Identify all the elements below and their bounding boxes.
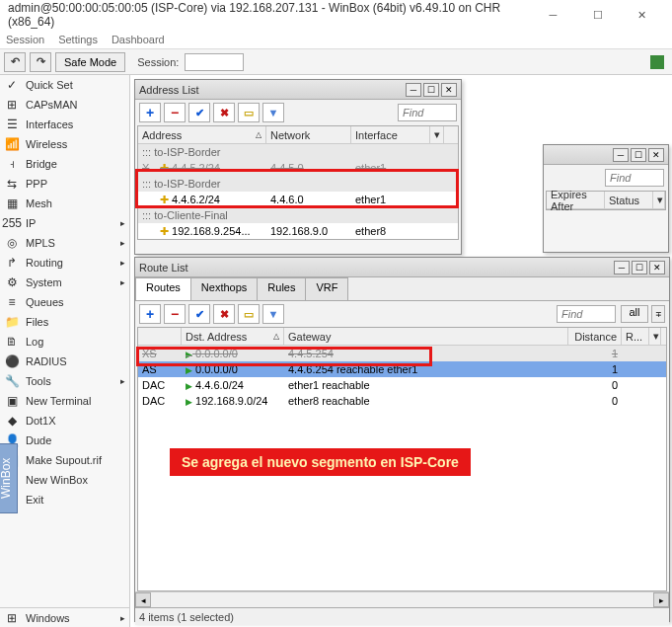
col-status[interactable]: Status [605, 192, 653, 208]
route-list-window: Route List ─ ☐ ✕ Routes Nexthops Rules V… [134, 257, 670, 622]
disable-button[interactable]: ✖ [213, 103, 235, 122]
close-icon[interactable]: ✕ [649, 261, 665, 274]
addr-max-icon[interactable]: ☐ [423, 83, 439, 97]
sidebar-item-label: New Terminal [26, 395, 91, 407]
add-button[interactable]: + [139, 304, 161, 324]
sidebar-item-ip[interactable]: 255 IP ▸ [0, 213, 129, 233]
sidebar-item-label: Bridge [26, 158, 57, 170]
address-title: Address List [139, 84, 404, 96]
address-find-input[interactable] [398, 104, 457, 121]
address-list-window: Address List ─ ☐ ✕ + − ✔ ✖ ▭ ▼ Address△ … [134, 79, 462, 255]
sidebar-item-dude[interactable]: 👤 Dude [0, 431, 129, 450]
sidebar-item-routing[interactable]: ↱ Routing ▸ [0, 253, 129, 273]
tab-vrf[interactable]: VRF [305, 277, 348, 300]
sidebar-item-dot1x[interactable]: ◆ Dot1X [0, 411, 129, 431]
route-max-icon[interactable]: ☐ [632, 261, 647, 274]
sidebar-item-queues[interactable]: ≡ Queues [0, 292, 129, 312]
sidebar-item-system[interactable]: ⚙ System ▸ [0, 273, 129, 292]
ppp-icon: ⇆ [4, 176, 20, 192]
sidebar-item-mpls[interactable]: ◎ MPLS ▸ [0, 233, 129, 253]
sidebar-item-mesh[interactable]: ▦ Mesh [0, 194, 129, 213]
sidebar-item-ppp[interactable]: ⇆ PPP [0, 174, 129, 194]
sidebar-item-new-terminal[interactable]: ▣ New Terminal [0, 391, 129, 411]
disable-button[interactable]: ✖ [213, 304, 235, 324]
enable-button[interactable]: ✔ [188, 304, 210, 324]
address-grid[interactable]: Address△ Network Interface ▾ ::: to-ISP-… [137, 125, 459, 240]
sidebar-item-label: CAPsMAN [26, 99, 78, 111]
route-titlebar[interactable]: Route List ─ ☐ ✕ [135, 258, 669, 277]
tab-rules[interactable]: Rules [257, 277, 306, 300]
col-distance[interactable]: Distance [568, 328, 622, 345]
col-network[interactable]: Network [266, 126, 351, 143]
route-find-input[interactable] [557, 305, 616, 323]
menu-dashboard[interactable]: Dashboard [112, 34, 165, 45]
addr-min-icon[interactable]: ─ [406, 83, 421, 97]
address-titlebar[interactable]: Address List ─ ☐ ✕ [135, 80, 461, 100]
col-address[interactable]: Address△ [138, 126, 266, 143]
route-min-icon[interactable]: ─ [614, 261, 630, 274]
bg-titlebar[interactable]: ─ ☐ ✕ [544, 145, 668, 165]
sidebar-item-radius[interactable]: ⚫ RADIUS [0, 352, 129, 371]
comment-button[interactable]: ▭ [238, 103, 260, 122]
tab-nexthops[interactable]: Nexthops [190, 277, 258, 300]
sidebar-item-files[interactable]: 📁 Files [0, 312, 129, 332]
maximize-button[interactable]: ☐ [575, 0, 620, 30]
add-button[interactable]: + [139, 103, 161, 122]
remove-button[interactable]: − [164, 103, 186, 122]
address-row[interactable]: ✚ 4.4.6.2/24 4.4.6.0 ether1 [138, 192, 458, 207]
sidebar-item-label: Exit [26, 494, 43, 506]
sidebar-item-wireless[interactable]: 📶 Wireless [0, 134, 129, 154]
route-row[interactable]: XS ▶ 0.0.0.0/0 4.4.5.254 1 [138, 346, 666, 361]
sidebar-item-tools[interactable]: 🔧 Tools ▸ [0, 371, 129, 391]
filter-button[interactable]: ▼ [262, 304, 284, 324]
undo-button[interactable]: ↶ [4, 52, 26, 72]
route-row[interactable]: DAC ▶ 192.168.9.0/24 ether8 reachable 0 [138, 393, 666, 409]
route-row[interactable]: DAC ▶ 4.4.6.0/24 ether1 reachable 0 [138, 377, 666, 393]
sidebar-item-bridge[interactable]: ⫞ Bridge [0, 154, 129, 174]
sidebar-item-quick-set[interactable]: ✓ Quick Set [0, 75, 129, 95]
filter-button[interactable]: ▼ [262, 103, 284, 122]
col-more[interactable]: ▾ [649, 328, 661, 345]
remove-button[interactable]: − [164, 304, 186, 324]
sidebar-item-new-winbox[interactable]: ◉ New WinBox [0, 470, 129, 490]
redo-button[interactable]: ↷ [30, 52, 51, 72]
scroll-right-icon[interactable]: ▸ [653, 592, 669, 607]
close-button[interactable]: ✕ [620, 0, 664, 30]
scroll-left-icon[interactable]: ◂ [135, 592, 151, 607]
sidebar-item-exit[interactable]: ⏏ Exit [0, 490, 129, 509]
bg-max-icon[interactable]: ☐ [631, 148, 646, 162]
sidebar-item-make-supout.rif[interactable]: 📄 Make Supout.rif [0, 450, 129, 470]
sidebar-item-windows[interactable]: ⊞ Windows ▸ [0, 607, 129, 627]
sidebar-item-capsman[interactable]: ⊞ CAPsMAN [0, 95, 129, 115]
route-row[interactable]: AS ▶ 0.0.0.0/0 4.4.6.254 reachable ether… [138, 361, 666, 377]
safe-mode-button[interactable]: Safe Mode [55, 52, 125, 72]
close-icon[interactable]: ✕ [441, 83, 457, 97]
sidebar-item-log[interactable]: 🗎 Log [0, 332, 129, 352]
minimize-button[interactable]: ─ [531, 0, 575, 30]
col-interface[interactable]: Interface [351, 126, 430, 143]
enable-button[interactable]: ✔ [188, 103, 210, 122]
col-more[interactable]: ▾ [430, 126, 444, 143]
col-gateway[interactable]: Gateway [284, 328, 568, 345]
filter-dropdown[interactable]: ∓ [651, 305, 665, 323]
bg-min-icon[interactable]: ─ [613, 148, 629, 162]
bg-find-input[interactable] [605, 169, 664, 187]
col-expires[interactable]: Expires After [547, 192, 605, 208]
route-hscroll[interactable]: ◂ ▸ [135, 591, 669, 607]
col-flags[interactable] [138, 328, 182, 345]
col-more[interactable]: ▾ [653, 192, 665, 208]
filter-all[interactable]: all [621, 305, 648, 323]
tab-routes[interactable]: Routes [135, 277, 191, 300]
menu-session[interactable]: Session [6, 34, 44, 45]
sidebar-item-interfaces[interactable]: ☰ Interfaces [0, 115, 129, 134]
log-icon: 🗎 [4, 334, 20, 350]
interfaces-icon: ☰ [4, 117, 20, 132]
comment-button[interactable]: ▭ [238, 304, 260, 324]
address-row[interactable]: X ✚ 4.4.5.2/24 4.4.5.0 ether1 [138, 160, 458, 176]
menu-settings[interactable]: Settings [58, 34, 98, 45]
address-row[interactable]: ✚ 192.168.9.254... 192.168.9.0 ether8 [138, 223, 458, 239]
col-r[interactable]: R... [622, 328, 649, 345]
close-icon[interactable]: ✕ [648, 148, 664, 162]
session-field[interactable] [185, 53, 244, 71]
col-dst[interactable]: Dst. Address△ [182, 328, 284, 345]
